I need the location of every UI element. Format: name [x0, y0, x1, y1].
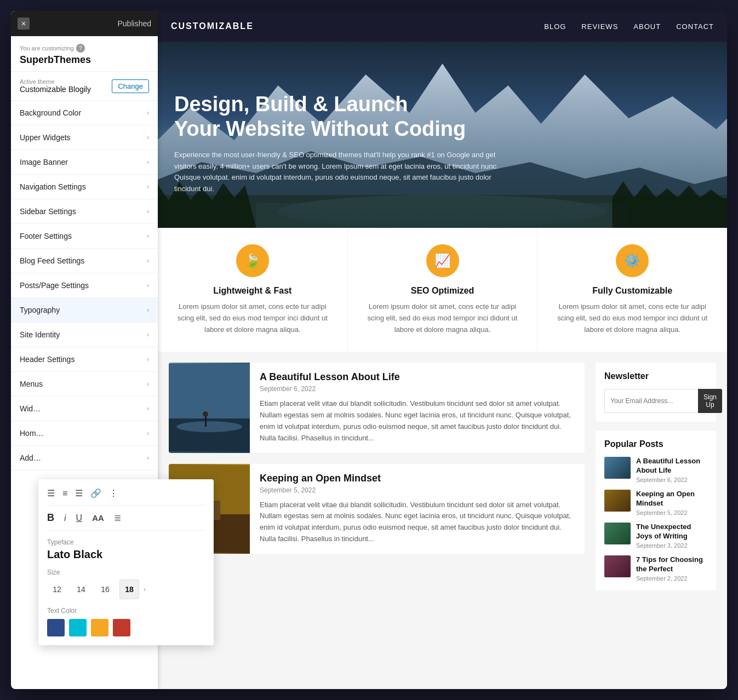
italic-icon[interactable]: i — [64, 513, 66, 523]
paragraph-icon[interactable]: ≣ — [114, 513, 121, 523]
size-more-arrow[interactable]: › — [144, 586, 146, 593]
theme-name: Customizable Blogily — [20, 85, 91, 94]
popular-posts-widget: Popular Posts A Beautiful Lesson About L… — [596, 431, 716, 590]
menu-item-widgets[interactable]: Wid… › — [11, 397, 158, 421]
typography-popup: ☰ ≡ ☰ 🔗 ⋮ B i U AA ≣ Typeface Lato Black… — [38, 479, 214, 645]
feature-card-0: 🍃 Lightweight & Fast Lorem ipsum dolor s… — [158, 228, 348, 352]
color-swatch-red[interactable] — [113, 619, 130, 636]
menu-item-site-identity[interactable]: Site Identity › — [11, 323, 158, 347]
help-icon[interactable]: ? — [76, 44, 85, 53]
color-swatches — [47, 619, 205, 636]
link-icon[interactable]: 🔗 — [90, 488, 101, 498]
blog-thumbnail-0 — [169, 363, 250, 452]
menu-item-footer-settings[interactable]: Footer Settings › — [11, 224, 158, 249]
chevron-right-icon: › — [147, 331, 149, 338]
newsletter-submit-button[interactable]: Sign Up — [698, 389, 722, 413]
align-center-icon[interactable]: ≡ — [62, 489, 67, 498]
chevron-right-icon: › — [147, 232, 149, 240]
chevron-right-icon: › — [147, 454, 149, 462]
panel-info: You are customizing ? SuperbThemes — [11, 36, 158, 72]
popular-post-date-1: September 5, 2022 — [636, 509, 707, 516]
nav-reviews[interactable]: REVIEWS — [581, 22, 618, 31]
blog-post-title-0[interactable]: A Beautiful Lesson About Life — [260, 371, 575, 383]
chevron-right-icon: › — [147, 257, 149, 265]
blog-post-title-1[interactable]: Keeping an Open Mindset — [260, 473, 575, 484]
chevron-right-icon: › — [147, 306, 149, 314]
blog-body-0: A Beautiful Lesson About Life September … — [250, 363, 585, 452]
popular-post-title-0[interactable]: A Beautiful Lesson About Life — [636, 457, 707, 475]
chevron-right-icon: › — [147, 429, 149, 437]
popular-post-info-1: Keeping an Open Mindset September 5, 202… — [636, 490, 707, 516]
panel-header: × Published — [11, 11, 158, 36]
popular-post-2: The Unexpected Joys of Writing September… — [604, 523, 707, 549]
feature-card-2: ⚙️ Fully Customizable Lorem ipsum dolor … — [537, 228, 727, 352]
menu-item-typography[interactable]: Typography › — [11, 298, 158, 323]
blog-list: A Beautiful Lesson About Life September … — [169, 363, 585, 678]
feature-desc-2: Lorem ipsum dolor sit amet, cons ecte tu… — [551, 301, 714, 335]
size-16[interactable]: 16 — [95, 579, 115, 599]
aa-icon[interactable]: AA — [92, 513, 104, 523]
popular-post-date-3: September 2, 2022 — [636, 575, 707, 582]
color-swatch-blue[interactable] — [47, 619, 65, 636]
svg-point-12 — [203, 411, 208, 417]
menu-item-additional[interactable]: Add… › — [11, 446, 158, 471]
size-options: 12 14 16 18 › — [47, 579, 205, 599]
features-section: 🍃 Lightweight & Fast Lorem ipsum dolor s… — [158, 228, 727, 352]
feature-title-0: Lightweight & Fast — [171, 286, 334, 296]
size-18[interactable]: 18 — [119, 579, 139, 599]
size-label: Size — [47, 569, 205, 576]
menu-item-header-settings[interactable]: Header Settings › — [11, 347, 158, 372]
typeface-value[interactable]: Lato Black — [47, 548, 205, 561]
underline-icon[interactable]: U — [76, 513, 83, 523]
nav-blog[interactable]: BLOG — [544, 22, 566, 31]
align-right-icon[interactable]: ☰ — [75, 488, 83, 498]
chevron-right-icon: › — [147, 355, 149, 363]
close-button[interactable]: × — [18, 18, 30, 30]
feature-title-1: SEO Optimized — [361, 286, 524, 296]
color-swatch-yellow[interactable] — [91, 619, 108, 636]
align-left-icon[interactable]: ☰ — [47, 488, 55, 498]
popular-post-title-1[interactable]: Keeping an Open Mindset — [636, 490, 707, 508]
change-theme-button[interactable]: Change — [112, 79, 149, 93]
chevron-right-icon: › — [147, 134, 149, 141]
popular-post-title-2[interactable]: The Unexpected Joys of Writing — [636, 523, 707, 541]
format-toolbar: B i U AA ≣ — [47, 512, 205, 531]
menu-item-background-color[interactable]: Background Color › — [11, 101, 158, 125]
blog-post-excerpt-1: Etiam placerat velit vitae dui blandit s… — [260, 500, 575, 545]
newsletter-input[interactable] — [604, 389, 698, 413]
chevron-right-icon: › — [147, 405, 149, 412]
svg-rect-17 — [213, 501, 220, 520]
list-icon[interactable]: ⋮ — [109, 488, 118, 498]
nav-about[interactable]: ABOUT — [633, 22, 661, 31]
newsletter-widget: Newsletter Sign Up — [596, 363, 716, 422]
hero-title: Design, Build & LaunchYour Website Witho… — [174, 92, 617, 142]
feature-desc-0: Lorem ipsum dolor sit amet, cons ecte tu… — [171, 301, 334, 335]
size-14[interactable]: 14 — [71, 579, 91, 599]
popular-post-0: A Beautiful Lesson About Life September … — [604, 457, 707, 483]
popular-post-thumb-1 — [604, 490, 631, 512]
menu-item-homepage[interactable]: Hom… › — [11, 421, 158, 446]
feature-card-1: 📈 SEO Optimized Lorem ipsum dolor sit am… — [348, 228, 538, 352]
size-12[interactable]: 12 — [47, 579, 67, 599]
bold-icon[interactable]: B — [47, 512, 54, 524]
popular-post-3: 7 Tips for Choosing the Perfect Septembe… — [604, 555, 707, 582]
menu-item-sidebar-settings[interactable]: Sidebar Settings › — [11, 199, 158, 224]
newsletter-title: Newsletter — [604, 371, 707, 381]
menu-item-navigation-settings[interactable]: Navigation Settings › — [11, 175, 158, 199]
popular-post-title-3[interactable]: 7 Tips for Choosing the Perfect — [636, 555, 707, 574]
site-nav: CUSTOMIZABLE BLOG REVIEWS ABOUT CONTACT — [158, 11, 727, 42]
feature-icon-1: 📈 — [426, 244, 459, 277]
menu-item-blog-feed-settings[interactable]: Blog Feed Settings › — [11, 249, 158, 273]
site-name: SuperbThemes — [20, 54, 149, 66]
theme-row: Active theme Customizable Blogily Change — [11, 72, 158, 101]
theme-label: Active theme — [20, 78, 91, 85]
menu-item-upper-widgets[interactable]: Upper Widgets › — [11, 125, 158, 150]
menu-item-menus[interactable]: Menus › — [11, 372, 158, 397]
popular-post-info-0: A Beautiful Lesson About Life September … — [636, 457, 707, 483]
customizing-label: You are customizing ? — [20, 44, 149, 53]
popular-post-info-3: 7 Tips for Choosing the Perfect Septembe… — [636, 555, 707, 582]
nav-contact[interactable]: CONTACT — [676, 22, 714, 31]
menu-item-image-banner[interactable]: Image Banner › — [11, 150, 158, 175]
color-swatch-cyan[interactable] — [69, 619, 87, 636]
menu-item-posts-page-settings[interactable]: Posts/Page Settings › — [11, 273, 158, 298]
